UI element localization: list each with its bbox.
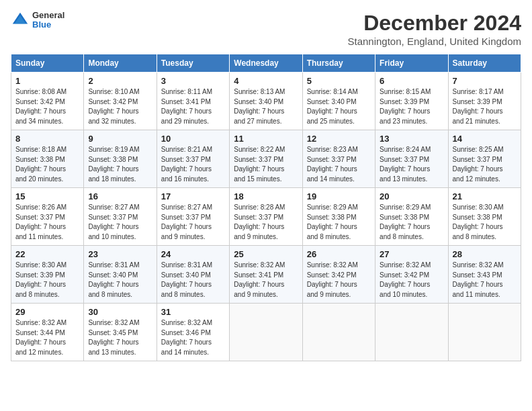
- day-number: 31: [161, 307, 225, 317]
- day-number: 11: [234, 134, 298, 144]
- day-number: 15: [15, 191, 79, 201]
- title-block: December 2024 Stannington, England, Unit…: [347, 11, 521, 47]
- day-number: 30: [88, 307, 152, 317]
- calendar-cell: 12Sunrise: 8:23 AMSunset: 3:37 PMDayligh…: [302, 130, 375, 188]
- day-number: 13: [380, 134, 443, 144]
- day-info: Sunrise: 8:24 AMSunset: 3:37 PMDaylight:…: [380, 145, 443, 184]
- day-number: 25: [234, 249, 298, 259]
- calendar-cell: 17Sunrise: 8:27 AMSunset: 3:37 PMDayligh…: [157, 188, 229, 246]
- day-info: Sunrise: 8:27 AMSunset: 3:37 PMDaylight:…: [161, 203, 225, 242]
- calendar-cell: 3Sunrise: 8:11 AMSunset: 3:41 PMDaylight…: [157, 73, 229, 130]
- day-info: Sunrise: 8:31 AMSunset: 3:40 PMDaylight:…: [161, 261, 225, 300]
- col-header-sunday: Sunday: [11, 54, 84, 73]
- calendar-cell: 31Sunrise: 8:32 AMSunset: 3:46 PMDayligh…: [157, 304, 229, 361]
- col-header-wednesday: Wednesday: [230, 54, 302, 73]
- day-info: Sunrise: 8:14 AMSunset: 3:40 PMDaylight:…: [307, 87, 371, 126]
- day-info: Sunrise: 8:17 AMSunset: 3:39 PMDaylight:…: [453, 87, 517, 126]
- calendar-week-row: 1Sunrise: 8:08 AMSunset: 3:42 PMDaylight…: [11, 73, 521, 130]
- day-info: Sunrise: 8:28 AMSunset: 3:37 PMDaylight:…: [234, 203, 298, 242]
- month-title: December 2024: [347, 11, 521, 36]
- day-number: 16: [88, 191, 152, 201]
- day-number: 28: [453, 249, 517, 259]
- day-info: Sunrise: 8:32 AMSunset: 3:41 PMDaylight:…: [234, 261, 298, 300]
- day-info: Sunrise: 8:29 AMSunset: 3:38 PMDaylight:…: [307, 203, 371, 242]
- logo-text: General Blue: [32, 11, 64, 30]
- calendar-cell: 29Sunrise: 8:32 AMSunset: 3:44 PMDayligh…: [11, 304, 84, 361]
- day-info: Sunrise: 8:32 AMSunset: 3:42 PMDaylight:…: [307, 261, 371, 300]
- calendar-cell: 25Sunrise: 8:32 AMSunset: 3:41 PMDayligh…: [230, 246, 302, 304]
- calendar-week-row: 15Sunrise: 8:26 AMSunset: 3:37 PMDayligh…: [11, 188, 521, 246]
- calendar-cell: 6Sunrise: 8:15 AMSunset: 3:39 PMDaylight…: [375, 73, 448, 130]
- day-number: 20: [380, 191, 443, 201]
- day-number: 7: [453, 76, 517, 86]
- day-info: Sunrise: 8:21 AMSunset: 3:37 PMDaylight:…: [161, 145, 225, 184]
- calendar-cell: 1Sunrise: 8:08 AMSunset: 3:42 PMDaylight…: [11, 73, 84, 130]
- calendar-cell: 21Sunrise: 8:30 AMSunset: 3:38 PMDayligh…: [448, 188, 521, 246]
- day-info: Sunrise: 8:19 AMSunset: 3:38 PMDaylight:…: [88, 145, 152, 184]
- day-info: Sunrise: 8:26 AMSunset: 3:37 PMDaylight:…: [15, 203, 79, 242]
- calendar-week-row: 8Sunrise: 8:18 AMSunset: 3:38 PMDaylight…: [11, 130, 521, 188]
- day-number: 17: [161, 191, 225, 201]
- calendar-cell: 28Sunrise: 8:32 AMSunset: 3:43 PMDayligh…: [448, 246, 521, 304]
- calendar-cell: 13Sunrise: 8:24 AMSunset: 3:37 PMDayligh…: [375, 130, 448, 188]
- day-number: 6: [380, 76, 443, 86]
- day-info: Sunrise: 8:27 AMSunset: 3:37 PMDaylight:…: [88, 203, 152, 242]
- calendar-cell: 14Sunrise: 8:25 AMSunset: 3:37 PMDayligh…: [448, 130, 521, 188]
- calendar-cell: 19Sunrise: 8:29 AMSunset: 3:38 PMDayligh…: [302, 188, 375, 246]
- day-number: 3: [161, 76, 225, 86]
- day-info: Sunrise: 8:13 AMSunset: 3:40 PMDaylight:…: [234, 87, 298, 126]
- col-header-tuesday: Tuesday: [157, 54, 229, 73]
- calendar-cell: [375, 304, 448, 361]
- day-info: Sunrise: 8:08 AMSunset: 3:42 PMDaylight:…: [15, 87, 79, 126]
- day-number: 10: [161, 134, 225, 144]
- calendar-cell: 20Sunrise: 8:29 AMSunset: 3:38 PMDayligh…: [375, 188, 448, 246]
- calendar-table: SundayMondayTuesdayWednesdayThursdayFrid…: [11, 54, 521, 361]
- day-number: 9: [88, 134, 152, 144]
- calendar-cell: 10Sunrise: 8:21 AMSunset: 3:37 PMDayligh…: [157, 130, 229, 188]
- day-number: 8: [15, 134, 79, 144]
- day-info: Sunrise: 8:30 AMSunset: 3:39 PMDaylight:…: [15, 261, 79, 300]
- day-info: Sunrise: 8:32 AMSunset: 3:44 PMDaylight:…: [15, 318, 79, 357]
- calendar-cell: 7Sunrise: 8:17 AMSunset: 3:39 PMDaylight…: [448, 73, 521, 130]
- day-info: Sunrise: 8:18 AMSunset: 3:38 PMDaylight:…: [15, 145, 79, 184]
- day-info: Sunrise: 8:25 AMSunset: 3:37 PMDaylight:…: [453, 145, 517, 184]
- calendar-week-row: 29Sunrise: 8:32 AMSunset: 3:44 PMDayligh…: [11, 304, 521, 361]
- calendar-cell: 27Sunrise: 8:32 AMSunset: 3:42 PMDayligh…: [375, 246, 448, 304]
- calendar-header-row: SundayMondayTuesdayWednesdayThursdayFrid…: [11, 54, 521, 73]
- day-info: Sunrise: 8:32 AMSunset: 3:43 PMDaylight:…: [453, 261, 517, 300]
- day-number: 27: [380, 249, 443, 259]
- day-info: Sunrise: 8:32 AMSunset: 3:45 PMDaylight:…: [88, 318, 152, 357]
- calendar-cell: 8Sunrise: 8:18 AMSunset: 3:38 PMDaylight…: [11, 130, 84, 188]
- calendar-cell: 16Sunrise: 8:27 AMSunset: 3:37 PMDayligh…: [84, 188, 157, 246]
- day-info: Sunrise: 8:10 AMSunset: 3:42 PMDaylight:…: [88, 87, 152, 126]
- day-info: Sunrise: 8:31 AMSunset: 3:40 PMDaylight:…: [88, 261, 152, 300]
- day-info: Sunrise: 8:32 AMSunset: 3:46 PMDaylight:…: [161, 318, 225, 357]
- calendar-cell: 24Sunrise: 8:31 AMSunset: 3:40 PMDayligh…: [157, 246, 229, 304]
- day-number: 21: [453, 191, 517, 201]
- day-info: Sunrise: 8:11 AMSunset: 3:41 PMDaylight:…: [161, 87, 225, 126]
- logo: General Blue: [11, 11, 64, 30]
- day-number: 12: [307, 134, 371, 144]
- calendar-cell: 22Sunrise: 8:30 AMSunset: 3:39 PMDayligh…: [11, 246, 84, 304]
- day-number: 29: [15, 307, 79, 317]
- logo-general: General: [32, 11, 64, 20]
- day-info: Sunrise: 8:22 AMSunset: 3:37 PMDaylight:…: [234, 145, 298, 184]
- day-number: 23: [88, 249, 152, 259]
- calendar-cell: 30Sunrise: 8:32 AMSunset: 3:45 PMDayligh…: [84, 304, 157, 361]
- day-number: 26: [307, 249, 371, 259]
- day-number: 22: [15, 249, 79, 259]
- col-header-saturday: Saturday: [448, 54, 521, 73]
- day-number: 19: [307, 191, 371, 201]
- calendar-cell: 2Sunrise: 8:10 AMSunset: 3:42 PMDaylight…: [84, 73, 157, 130]
- calendar-cell: 26Sunrise: 8:32 AMSunset: 3:42 PMDayligh…: [302, 246, 375, 304]
- calendar-cell: [448, 304, 521, 361]
- calendar-cell: [302, 304, 375, 361]
- day-info: Sunrise: 8:30 AMSunset: 3:38 PMDaylight:…: [453, 203, 517, 242]
- day-info: Sunrise: 8:23 AMSunset: 3:37 PMDaylight:…: [307, 145, 371, 184]
- day-number: 14: [453, 134, 517, 144]
- day-number: 5: [307, 76, 371, 86]
- logo-blue: Blue: [32, 20, 64, 30]
- calendar-cell: 9Sunrise: 8:19 AMSunset: 3:38 PMDaylight…: [84, 130, 157, 188]
- calendar-cell: 5Sunrise: 8:14 AMSunset: 3:40 PMDaylight…: [302, 73, 375, 130]
- day-info: Sunrise: 8:29 AMSunset: 3:38 PMDaylight:…: [380, 203, 443, 242]
